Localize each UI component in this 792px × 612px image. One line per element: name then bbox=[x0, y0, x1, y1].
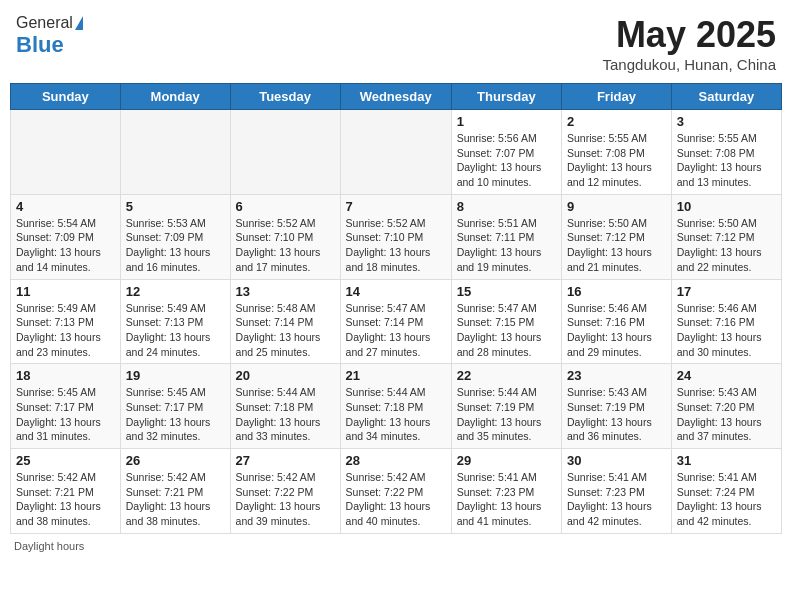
day-number: 13 bbox=[236, 284, 335, 299]
day-info: Sunrise: 5:48 AMSunset: 7:14 PMDaylight:… bbox=[236, 301, 335, 360]
day-number: 12 bbox=[126, 284, 225, 299]
day-cell: 12Sunrise: 5:49 AMSunset: 7:13 PMDayligh… bbox=[120, 279, 230, 364]
day-cell: 20Sunrise: 5:44 AMSunset: 7:18 PMDayligh… bbox=[230, 364, 340, 449]
day-number: 9 bbox=[567, 199, 666, 214]
day-cell: 26Sunrise: 5:42 AMSunset: 7:21 PMDayligh… bbox=[120, 449, 230, 534]
day-number: 18 bbox=[16, 368, 115, 383]
day-cell: 1Sunrise: 5:56 AMSunset: 7:07 PMDaylight… bbox=[451, 110, 561, 195]
day-number: 22 bbox=[457, 368, 556, 383]
day-cell: 8Sunrise: 5:51 AMSunset: 7:11 PMDaylight… bbox=[451, 194, 561, 279]
day-number: 21 bbox=[346, 368, 446, 383]
day-info: Sunrise: 5:44 AMSunset: 7:18 PMDaylight:… bbox=[346, 385, 446, 444]
day-number: 2 bbox=[567, 114, 666, 129]
day-info: Sunrise: 5:41 AMSunset: 7:23 PMDaylight:… bbox=[457, 470, 556, 529]
day-cell: 24Sunrise: 5:43 AMSunset: 7:20 PMDayligh… bbox=[671, 364, 781, 449]
day-number: 5 bbox=[126, 199, 225, 214]
day-cell: 27Sunrise: 5:42 AMSunset: 7:22 PMDayligh… bbox=[230, 449, 340, 534]
day-cell: 28Sunrise: 5:42 AMSunset: 7:22 PMDayligh… bbox=[340, 449, 451, 534]
day-number: 17 bbox=[677, 284, 776, 299]
day-cell: 2Sunrise: 5:55 AMSunset: 7:08 PMDaylight… bbox=[562, 110, 672, 195]
day-number: 3 bbox=[677, 114, 776, 129]
logo: General Blue bbox=[16, 14, 83, 58]
day-number: 11 bbox=[16, 284, 115, 299]
day-info: Sunrise: 5:55 AMSunset: 7:08 PMDaylight:… bbox=[567, 131, 666, 190]
week-row-4: 18Sunrise: 5:45 AMSunset: 7:17 PMDayligh… bbox=[11, 364, 782, 449]
day-cell: 9Sunrise: 5:50 AMSunset: 7:12 PMDaylight… bbox=[562, 194, 672, 279]
day-info: Sunrise: 5:42 AMSunset: 7:22 PMDaylight:… bbox=[236, 470, 335, 529]
calendar-table: SundayMondayTuesdayWednesdayThursdayFrid… bbox=[10, 83, 782, 534]
day-info: Sunrise: 5:46 AMSunset: 7:16 PMDaylight:… bbox=[567, 301, 666, 360]
page-header: General Blue May 2025 Tangdukou, Hunan, … bbox=[10, 10, 782, 77]
day-info: Sunrise: 5:50 AMSunset: 7:12 PMDaylight:… bbox=[677, 216, 776, 275]
day-cell: 18Sunrise: 5:45 AMSunset: 7:17 PMDayligh… bbox=[11, 364, 121, 449]
col-header-friday: Friday bbox=[562, 84, 672, 110]
day-cell: 19Sunrise: 5:45 AMSunset: 7:17 PMDayligh… bbox=[120, 364, 230, 449]
day-info: Sunrise: 5:43 AMSunset: 7:20 PMDaylight:… bbox=[677, 385, 776, 444]
day-cell: 23Sunrise: 5:43 AMSunset: 7:19 PMDayligh… bbox=[562, 364, 672, 449]
day-number: 23 bbox=[567, 368, 666, 383]
col-header-wednesday: Wednesday bbox=[340, 84, 451, 110]
day-number: 15 bbox=[457, 284, 556, 299]
week-row-1: 1Sunrise: 5:56 AMSunset: 7:07 PMDaylight… bbox=[11, 110, 782, 195]
day-cell: 22Sunrise: 5:44 AMSunset: 7:19 PMDayligh… bbox=[451, 364, 561, 449]
day-info: Sunrise: 5:54 AMSunset: 7:09 PMDaylight:… bbox=[16, 216, 115, 275]
day-number: 27 bbox=[236, 453, 335, 468]
title-block: May 2025 Tangdukou, Hunan, China bbox=[603, 14, 776, 73]
day-info: Sunrise: 5:52 AMSunset: 7:10 PMDaylight:… bbox=[236, 216, 335, 275]
day-info: Sunrise: 5:47 AMSunset: 7:14 PMDaylight:… bbox=[346, 301, 446, 360]
day-number: 26 bbox=[126, 453, 225, 468]
location: Tangdukou, Hunan, China bbox=[603, 56, 776, 73]
day-info: Sunrise: 5:49 AMSunset: 7:13 PMDaylight:… bbox=[16, 301, 115, 360]
col-header-saturday: Saturday bbox=[671, 84, 781, 110]
day-cell: 21Sunrise: 5:44 AMSunset: 7:18 PMDayligh… bbox=[340, 364, 451, 449]
day-number: 1 bbox=[457, 114, 556, 129]
day-info: Sunrise: 5:56 AMSunset: 7:07 PMDaylight:… bbox=[457, 131, 556, 190]
day-info: Sunrise: 5:50 AMSunset: 7:12 PMDaylight:… bbox=[567, 216, 666, 275]
day-cell: 6Sunrise: 5:52 AMSunset: 7:10 PMDaylight… bbox=[230, 194, 340, 279]
logo-general-text: General bbox=[16, 14, 73, 32]
day-cell: 13Sunrise: 5:48 AMSunset: 7:14 PMDayligh… bbox=[230, 279, 340, 364]
day-cell: 5Sunrise: 5:53 AMSunset: 7:09 PMDaylight… bbox=[120, 194, 230, 279]
day-cell: 11Sunrise: 5:49 AMSunset: 7:13 PMDayligh… bbox=[11, 279, 121, 364]
day-info: Sunrise: 5:42 AMSunset: 7:21 PMDaylight:… bbox=[16, 470, 115, 529]
day-cell: 31Sunrise: 5:41 AMSunset: 7:24 PMDayligh… bbox=[671, 449, 781, 534]
day-info: Sunrise: 5:45 AMSunset: 7:17 PMDaylight:… bbox=[16, 385, 115, 444]
day-cell: 29Sunrise: 5:41 AMSunset: 7:23 PMDayligh… bbox=[451, 449, 561, 534]
day-cell: 17Sunrise: 5:46 AMSunset: 7:16 PMDayligh… bbox=[671, 279, 781, 364]
day-number: 31 bbox=[677, 453, 776, 468]
day-number: 29 bbox=[457, 453, 556, 468]
col-header-monday: Monday bbox=[120, 84, 230, 110]
day-info: Sunrise: 5:43 AMSunset: 7:19 PMDaylight:… bbox=[567, 385, 666, 444]
day-info: Sunrise: 5:46 AMSunset: 7:16 PMDaylight:… bbox=[677, 301, 776, 360]
day-cell bbox=[11, 110, 121, 195]
day-cell bbox=[230, 110, 340, 195]
col-header-thursday: Thursday bbox=[451, 84, 561, 110]
col-header-tuesday: Tuesday bbox=[230, 84, 340, 110]
day-number: 20 bbox=[236, 368, 335, 383]
day-number: 6 bbox=[236, 199, 335, 214]
day-cell: 14Sunrise: 5:47 AMSunset: 7:14 PMDayligh… bbox=[340, 279, 451, 364]
day-number: 28 bbox=[346, 453, 446, 468]
day-info: Sunrise: 5:47 AMSunset: 7:15 PMDaylight:… bbox=[457, 301, 556, 360]
day-cell bbox=[120, 110, 230, 195]
week-row-5: 25Sunrise: 5:42 AMSunset: 7:21 PMDayligh… bbox=[11, 449, 782, 534]
day-cell: 7Sunrise: 5:52 AMSunset: 7:10 PMDaylight… bbox=[340, 194, 451, 279]
day-number: 4 bbox=[16, 199, 115, 214]
day-info: Sunrise: 5:55 AMSunset: 7:08 PMDaylight:… bbox=[677, 131, 776, 190]
day-info: Sunrise: 5:49 AMSunset: 7:13 PMDaylight:… bbox=[126, 301, 225, 360]
month-title: May 2025 bbox=[603, 14, 776, 56]
day-info: Sunrise: 5:51 AMSunset: 7:11 PMDaylight:… bbox=[457, 216, 556, 275]
day-cell: 25Sunrise: 5:42 AMSunset: 7:21 PMDayligh… bbox=[11, 449, 121, 534]
day-cell: 4Sunrise: 5:54 AMSunset: 7:09 PMDaylight… bbox=[11, 194, 121, 279]
day-info: Sunrise: 5:45 AMSunset: 7:17 PMDaylight:… bbox=[126, 385, 225, 444]
day-info: Sunrise: 5:42 AMSunset: 7:22 PMDaylight:… bbox=[346, 470, 446, 529]
week-row-3: 11Sunrise: 5:49 AMSunset: 7:13 PMDayligh… bbox=[11, 279, 782, 364]
day-cell: 15Sunrise: 5:47 AMSunset: 7:15 PMDayligh… bbox=[451, 279, 561, 364]
day-number: 24 bbox=[677, 368, 776, 383]
day-info: Sunrise: 5:41 AMSunset: 7:24 PMDaylight:… bbox=[677, 470, 776, 529]
day-cell: 30Sunrise: 5:41 AMSunset: 7:23 PMDayligh… bbox=[562, 449, 672, 534]
day-number: 25 bbox=[16, 453, 115, 468]
logo-blue-text: Blue bbox=[16, 32, 64, 58]
day-number: 19 bbox=[126, 368, 225, 383]
day-cell: 10Sunrise: 5:50 AMSunset: 7:12 PMDayligh… bbox=[671, 194, 781, 279]
